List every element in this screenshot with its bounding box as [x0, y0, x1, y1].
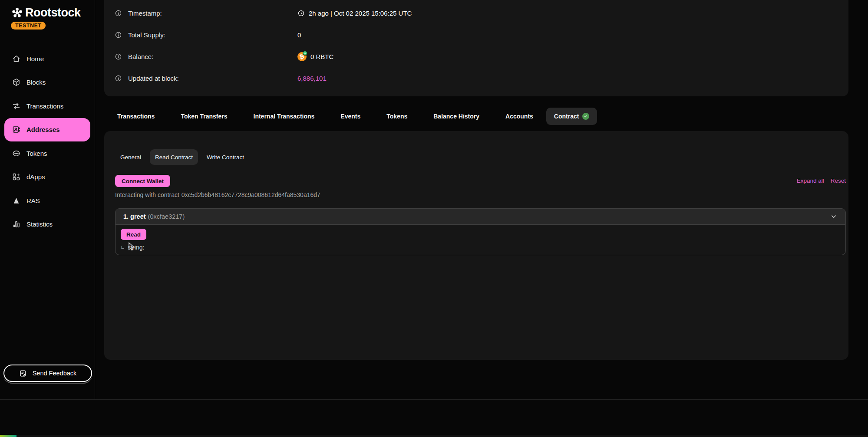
logo-wordmark: Rootstock	[25, 6, 81, 20]
rbtc-coin-icon: ₿	[297, 52, 307, 61]
reset-link[interactable]: Reset	[831, 177, 846, 184]
blocks-cube-icon	[12, 78, 21, 87]
interacting-prefix: Interacting with contract	[115, 191, 179, 198]
updated-block-label: Updated at block:	[128, 75, 179, 82]
sidebar-item-blocks[interactable]: Blocks	[0, 71, 95, 95]
sidebar-item-label: Transactions	[26, 102, 63, 110]
info-circle-icon[interactable]	[115, 53, 122, 60]
method-name: 1. greet	[123, 213, 146, 220]
subtab-general[interactable]: General	[115, 149, 146, 165]
tokens-coin-icon	[12, 149, 21, 158]
info-circle-icon[interactable]	[115, 31, 122, 39]
detail-row-total-supply: Total Supply: 0	[115, 27, 838, 42]
tab-label: Tokens	[386, 113, 407, 120]
accordion-controls: Expand all Reset	[797, 177, 846, 184]
sidebar-item-ras[interactable]: RAS	[0, 189, 95, 213]
detail-row-balance: Balance: ₿ 0 RBTC	[115, 49, 838, 64]
sidebar-item-dapps[interactable]: dApps	[0, 165, 95, 189]
contract-panel: General Read Contract Write Contract Con…	[104, 131, 848, 360]
subtab-label: Read Contract	[155, 154, 193, 161]
ras-triangle-icon	[12, 196, 21, 205]
contract-verified-icon	[582, 113, 589, 120]
sidebar-item-label: Tokens	[26, 150, 47, 157]
timestamp-value-group: 2h ago | Oct 02 2025 15:06:25 UTC	[297, 10, 412, 17]
subtab-label: Write Contract	[207, 154, 244, 161]
method-accordion-body: Read ∟ string:	[115, 225, 846, 255]
output-type-label: string:	[128, 244, 144, 251]
method-accordion: 1. greet (0xcfae3217) Read ∟ string:	[115, 208, 846, 255]
tab-label: Contract	[554, 113, 579, 120]
sidebar-item-label: Home	[26, 55, 44, 62]
dapps-grid-icon	[12, 172, 21, 181]
sidebar-item-transactions[interactable]: Transactions	[0, 94, 95, 118]
chevron-down-icon	[830, 213, 838, 220]
tab-label: Transactions	[117, 113, 155, 120]
send-feedback-button[interactable]: Send Feedback	[3, 365, 92, 382]
rootstock-logo[interactable]: Rootstock	[11, 6, 81, 20]
read-button[interactable]: Read	[121, 229, 146, 240]
expand-all-link[interactable]: Expand all	[797, 177, 824, 184]
sidebar-item-tokens[interactable]: Tokens	[0, 141, 95, 165]
contract-subtabs: General Read Contract Write Contract	[115, 149, 249, 165]
tab-tokens[interactable]: Tokens	[373, 108, 420, 125]
tab-label: Balance History	[433, 113, 479, 120]
horizontal-scrollbar-track	[0, 435, 868, 437]
sidebar-item-label: dApps	[26, 173, 45, 181]
home-icon	[12, 54, 21, 63]
tab-accounts[interactable]: Accounts	[492, 108, 546, 125]
detail-row-updated-block: Updated at block: 6,886,101	[115, 71, 838, 85]
sidebar-nav: Home Blocks Transactions	[0, 47, 95, 236]
tab-label: Internal Transactions	[254, 113, 315, 120]
info-circle-icon[interactable]	[115, 10, 122, 17]
feedback-note-icon	[19, 369, 27, 378]
clock-icon	[297, 10, 305, 17]
balance-value-group: ₿ 0 RBTC	[297, 52, 333, 61]
method-accordion-header[interactable]: 1. greet (0xcfae3217)	[115, 208, 846, 225]
tab-token-transfers[interactable]: Token Transfers	[168, 108, 240, 125]
sidebar-item-statistics[interactable]: Statistics	[0, 213, 95, 237]
balance-label: Balance:	[128, 53, 153, 60]
sidebar-item-home[interactable]: Home	[0, 47, 95, 71]
addresses-card-icon	[12, 125, 21, 134]
total-supply-label: Total Supply:	[128, 31, 165, 39]
info-circle-icon[interactable]	[115, 75, 122, 82]
statistics-bars-icon	[12, 220, 21, 229]
tab-label: Token Transfers	[181, 113, 227, 120]
branch-glyph: ∟	[121, 245, 125, 250]
sidebar-item-label: Addresses	[26, 126, 60, 133]
timestamp-label: Timestamp:	[128, 10, 162, 17]
method-selector: (0xcfae3217)	[148, 213, 185, 220]
connect-wallet-button[interactable]: Connect Wallet	[115, 175, 170, 187]
testnet-badge: TESTNET	[11, 22, 46, 30]
rbtc-verified-badge	[303, 51, 307, 56]
address-details-card: Timestamp: 2h ago | Oct 02 2025 15:06:25…	[104, 0, 848, 96]
tab-label: Accounts	[505, 113, 533, 120]
detail-row-timestamp: Timestamp: 2h ago | Oct 02 2025 15:06:25…	[115, 6, 838, 20]
main-content: Timestamp: 2h ago | Oct 02 2025 15:06:25…	[95, 0, 868, 399]
block-number-link[interactable]: 6,886,101	[297, 75, 327, 82]
subtab-write-contract[interactable]: Write Contract	[201, 149, 249, 165]
sidebar-item-addresses[interactable]: Addresses	[4, 118, 90, 142]
timestamp-value: 2h ago | Oct 02 2025 15:06:25 UTC	[309, 10, 412, 17]
send-feedback-label: Send Feedback	[33, 370, 77, 377]
transactions-arrows-icon	[12, 102, 21, 111]
output-line: ∟ string:	[121, 244, 144, 251]
rootstock-explorer-page: Rootstock TESTNET Home Blocks	[0, 0, 868, 437]
total-supply-value: 0	[297, 31, 301, 39]
subtab-label: General	[120, 154, 141, 161]
subtab-read-contract[interactable]: Read Contract	[150, 149, 198, 165]
footer: Built by RootstockLabs Copyright © 2025 …	[0, 399, 868, 437]
tab-balance-history[interactable]: Balance History	[420, 108, 492, 125]
tab-events[interactable]: Events	[327, 108, 373, 125]
interacting-line: Interacting with contract 0xc5d2b6b48162…	[115, 191, 320, 198]
sidebar: Rootstock TESTNET Home Blocks	[0, 0, 95, 399]
tab-label: Events	[340, 113, 360, 120]
horizontal-scrollbar-thumb[interactable]	[0, 435, 17, 437]
sidebar-item-label: Blocks	[26, 79, 46, 86]
contract-address: 0xc5d2b6b48162c7728c9a008612d64fa8530a16…	[182, 191, 320, 198]
tab-contract[interactable]: Contract	[546, 108, 597, 125]
tab-transactions[interactable]: Transactions	[104, 108, 168, 125]
sidebar-item-label: Statistics	[26, 220, 53, 228]
tab-internal-transactions[interactable]: Internal Transactions	[241, 108, 328, 125]
address-tabs: Transactions Token Transfers Internal Tr…	[104, 108, 597, 125]
